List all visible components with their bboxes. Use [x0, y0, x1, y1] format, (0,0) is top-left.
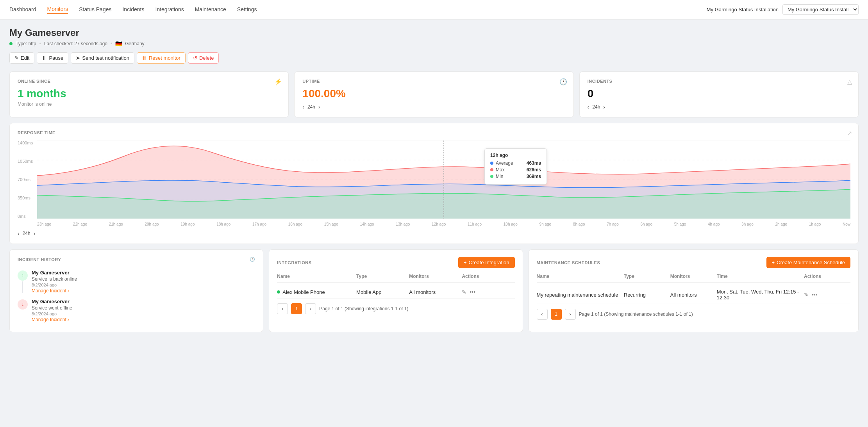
int-page-1-btn[interactable]: 1: [291, 303, 302, 314]
maintenance-more-button[interactable]: •••: [812, 292, 818, 298]
incidents-prev-btn[interactable]: ‹: [588, 104, 589, 110]
maintenance-type: Recurring: [624, 292, 670, 298]
create-integration-button[interactable]: + Create Integration: [458, 257, 515, 268]
incident-item-2: ↓ My Gameserver Service went offline 8/2…: [18, 296, 255, 325]
install-label: My Garmingo Status Installation: [707, 7, 779, 12]
incident-offline-icon: ↓: [18, 299, 28, 310]
chart-inner: 12h ago Average 463ms Max 626ms Min: [37, 141, 850, 219]
maint-next-page-btn[interactable]: ›: [565, 309, 576, 320]
int-next-page-btn[interactable]: ›: [305, 303, 316, 314]
incident-2-desc: Service went offline: [32, 305, 72, 311]
maintenance-table-header: Name Type Monitors Time Actions: [537, 274, 850, 283]
chart-prev-btn[interactable]: ‹: [18, 230, 20, 237]
delete-button[interactable]: ↺ Delete: [188, 52, 219, 64]
integration-actions: ✎ •••: [462, 289, 514, 295]
incident-history-card: INCIDENT HISTORY 🕐 ↑ My Gameserver Servi…: [9, 249, 263, 332]
uptime-time: 24h: [307, 104, 315, 110]
incidents-card: INCIDENTS 0 ‹ 24h › △: [579, 71, 859, 117]
incident-1-time: 8/2/2024 ago: [32, 283, 77, 287]
incident-2-link[interactable]: Manage Incident ›: [32, 317, 72, 322]
monitor-header: My Gameserver Type: http • Last checked:…: [9, 27, 859, 47]
incidents-time: 24h: [592, 104, 600, 110]
integrations-pagination: ‹ 1 › Page 1 of 1 (Showing integrations …: [277, 303, 514, 314]
pause-icon: ⏸: [42, 55, 47, 61]
edit-icon: ✎: [14, 55, 19, 61]
clock-icon: 🕐: [559, 78, 567, 85]
integration-row: Alex Mobile Phone Mobile App All monitor…: [277, 286, 514, 299]
status-indicator: [9, 42, 13, 45]
maintenance-monitors: All monitors: [670, 292, 717, 298]
delete-icon: ↺: [193, 55, 197, 61]
integration-type: Mobile App: [356, 289, 409, 295]
nav-incidents[interactable]: Incidents: [122, 6, 144, 13]
incident-item-1: ↑ My Gameserver Service is back online 8…: [18, 267, 255, 296]
integrations-header: INTEGRATIONS + Create Integration: [277, 257, 514, 268]
integration-more-button[interactable]: •••: [470, 289, 475, 295]
maint-page-1-btn[interactable]: 1: [551, 309, 562, 320]
tooltip-time: 12h ago: [490, 153, 541, 158]
integrations-card: INTEGRATIONS + Create Integration Name T…: [269, 249, 523, 332]
maint-pagination-text: Page 1 of 1 (Showing maintenance schedul…: [579, 311, 693, 317]
incidents-time-nav: ‹ 24h ›: [588, 104, 850, 110]
incidents-next-btn[interactable]: ›: [603, 104, 605, 110]
pause-button[interactable]: ⏸ Pause: [37, 52, 68, 64]
maintenance-edit-button[interactable]: ✎: [804, 292, 809, 298]
nav-integrations[interactable]: Integrations: [155, 6, 184, 13]
history-icon: 🕐: [250, 257, 255, 262]
nav-settings[interactable]: Settings: [237, 6, 257, 13]
chart-icon: ↗: [847, 130, 852, 137]
location-flag: 🇩🇪: [115, 41, 122, 47]
int-pagination-text: Page 1 of 1 (Showing integrations 1-1 of…: [319, 306, 408, 311]
location-name: Germany: [125, 41, 144, 46]
maint-prev-page-btn[interactable]: ‹: [537, 309, 548, 320]
uptime-prev-btn[interactable]: ‹: [302, 104, 304, 110]
incident-1-desc: Service is back online: [32, 276, 77, 282]
y-axis: 1400ms 1050ms 700ms 350ms 0ms: [18, 141, 37, 226]
min-dot: [490, 175, 493, 178]
chart-time-nav: ‹ 24h ›: [18, 230, 850, 237]
send-icon: ➤: [76, 55, 80, 61]
edit-button[interactable]: ✎ Edit: [9, 52, 34, 64]
integration-edit-button[interactable]: ✎: [462, 289, 466, 295]
incident-1-link[interactable]: Manage Incident ›: [32, 288, 77, 294]
incident-2-time: 8/2/2024 ago: [32, 311, 72, 316]
incident-2-title: My Gameserver: [32, 299, 72, 304]
incident-1-title: My Gameserver: [32, 270, 77, 276]
nav-dashboard[interactable]: Dashboard: [9, 6, 36, 13]
plus-icon: +: [464, 260, 467, 265]
uptime-time-nav: ‹ 24h ›: [302, 104, 565, 110]
actions-row: ✎ Edit ⏸ Pause ➤ Send test notification …: [9, 52, 859, 64]
chart-next-btn[interactable]: ›: [34, 230, 36, 237]
monitor-meta: Type: http • Last checked: 27 seconds ag…: [9, 41, 859, 47]
nav-monitors[interactable]: Monitors: [47, 6, 68, 14]
x-axis: 23h ago 22h ago 21h ago 20h ago 19h ago …: [37, 222, 850, 226]
average-dot: [490, 162, 493, 165]
monitor-title: My Gameserver: [9, 27, 859, 38]
maintenance-name: My repeating maintenance schedule: [537, 292, 624, 298]
nav-maintenance[interactable]: Maintenance: [195, 6, 226, 13]
maintenance-pagination: ‹ 1 › Page 1 of 1 (Showing maintenance s…: [537, 309, 850, 320]
alert-icon: △: [847, 78, 852, 85]
integration-monitors: All monitors: [409, 289, 462, 295]
integrations-title: INTEGRATIONS: [277, 260, 311, 265]
int-prev-page-btn[interactable]: ‹: [277, 303, 288, 314]
integration-status-dot: [277, 290, 280, 294]
nav-links: Dashboard Monitors Status Pages Incident…: [9, 6, 257, 14]
online-since-sub: Monitor is online: [18, 101, 280, 107]
create-maintenance-button[interactable]: + Create Maintenance Schedule: [766, 257, 850, 268]
install-dropdown[interactable]: My Garmingo Status Install: [782, 4, 859, 15]
uptime-value: 100.00%: [302, 87, 565, 100]
uptime-card: UPTIME 100.00% ‹ 24h › 🕐: [294, 71, 573, 117]
nav-status-pages[interactable]: Status Pages: [79, 6, 111, 13]
online-since-card: ONLINE SINCE 1 months Monitor is online …: [9, 71, 289, 117]
pulse-icon: ⚡: [274, 78, 282, 85]
uptime-next-btn[interactable]: ›: [318, 104, 320, 110]
online-since-value: 1 months: [18, 87, 280, 100]
send-test-button[interactable]: ➤ Send test notification: [71, 52, 134, 64]
tooltip-average: Average 463ms: [490, 160, 541, 166]
chart-title: RESPONSE TIME: [18, 130, 850, 135]
incident-online-icon: ↑: [18, 270, 28, 281]
incident-list: ↑ My Gameserver Service is back online 8…: [18, 267, 255, 325]
chart-tooltip: 12h ago Average 463ms Max 626ms Min: [484, 148, 547, 185]
reset-monitor-button[interactable]: 🗑 Reset monitor: [137, 52, 186, 64]
